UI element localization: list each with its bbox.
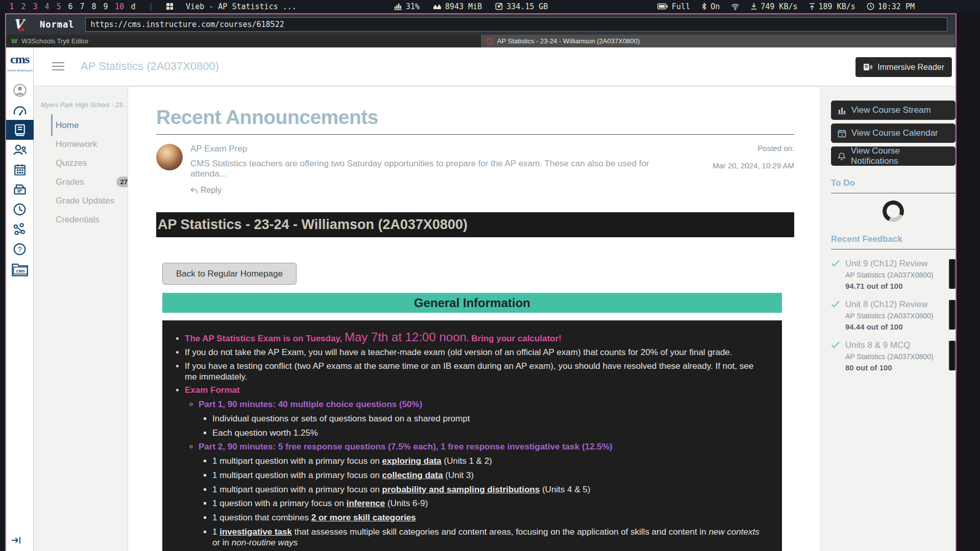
sidebar-item-help[interactable]: ? <box>6 239 34 259</box>
part2-sub-bullet: 1 question that combines 2 or more skill… <box>212 513 768 523</box>
clock: 10:32 PM <box>867 2 915 11</box>
bell-icon <box>838 152 846 161</box>
calendar-icon <box>13 163 27 177</box>
sidebar-item-commons[interactable] <box>6 219 34 239</box>
workspace-button[interactable]: 1 <box>9 2 14 11</box>
course-nav-home[interactable]: Home <box>39 116 130 135</box>
download-icon <box>751 3 757 10</box>
disk-icon <box>495 3 503 10</box>
sidebar-item-account[interactable] <box>6 80 34 100</box>
workspace-button[interactable]: 2 <box>21 2 26 11</box>
system-tray: Full On 749 KB/s 189 KB/s 10:32 PM <box>657 0 915 13</box>
dashboard-icon <box>13 104 27 117</box>
tab-bar: W W3Schools Tryit Editor AP Statistics -… <box>6 35 955 47</box>
part2-sub-bullet: 1 multipart question with a primary focu… <box>212 485 768 495</box>
w3schools-icon: W <box>11 37 17 45</box>
workspace-button[interactable]: 7 <box>80 2 85 11</box>
url-input[interactable]: https://cms.instructure.com/courses/6185… <box>85 17 947 32</box>
vieb-logo-icon: VIEB <box>11 17 29 32</box>
collecting-data-link[interactable]: collecting data <box>382 470 443 480</box>
feedback-score: 94.44 out of 100 <box>845 322 943 331</box>
inbox-icon <box>13 183 27 196</box>
part2-sub-bullet: 1 question with a primary focus on infer… <box>212 498 768 509</box>
course-nav-credentials[interactable]: Credentials <box>39 210 130 229</box>
memory-usage: 8943 MiB <box>433 2 482 11</box>
announcement-title-link[interactable]: AP Exam Prep <box>190 144 682 154</box>
wifi-icon <box>731 3 740 10</box>
course-right-sidebar: View Course Stream 3 View Course Calenda… <box>831 47 955 372</box>
announcement-body: CMS Statistics teachers are offering two… <box>190 159 682 179</box>
sidebar-item-groups[interactable] <box>6 140 34 160</box>
feedback-course: AP Statistics (2A037X0800) <box>845 271 943 279</box>
view-course-notifications-button[interactable]: View Course Notifications <box>831 146 955 166</box>
course-nav-grade-updates[interactable]: Grade Updates <box>39 191 130 210</box>
investigative-task-link[interactable]: investigative task <box>219 527 292 537</box>
skill-categories-link[interactable]: 2 or more skill categories <box>311 513 416 522</box>
feedback-item: Units 8 & 9 MCQ AP Statistics (2A037X080… <box>831 340 955 372</box>
upload-icon <box>809 3 815 10</box>
cms-logo[interactable]: cms Charlotte-Mecklenburg Schools <box>7 49 33 73</box>
share-network-icon <box>13 223 27 236</box>
feedback-title-link[interactable]: Unit 8 (Ch12) Review <box>845 299 943 310</box>
tab-w3schools[interactable]: W W3Schools Tryit Editor <box>6 35 481 47</box>
reply-button[interactable]: Reply <box>190 186 226 195</box>
workspace-button[interactable]: 6 <box>68 2 73 11</box>
browser-window: VIEB Normal https://cms.instructure.com/… <box>5 13 957 551</box>
network-download: 749 KB/s <box>751 2 797 11</box>
cpu-bars-icon <box>394 3 402 10</box>
canvas-global-nav: cms Charlotte-Mecklenburg Schools <box>6 47 34 551</box>
browser-navbar: VIEB Normal https://cms.instructure.com/… <box>6 14 955 35</box>
workspace-button[interactable]: 3 <box>33 2 38 11</box>
workspace-button[interactable]: 5 <box>56 2 61 11</box>
cpu-usage: 31% <box>394 2 420 11</box>
workspace-button[interactable]: 8 <box>91 2 96 11</box>
sidebar-item-courses[interactable] <box>6 120 34 140</box>
back-to-homepage-button[interactable]: Back to Regular Homepage <box>162 263 297 285</box>
todo-heading: To Do <box>831 178 955 188</box>
inference-link[interactable]: inference <box>347 498 385 508</box>
tab-ap-statistics[interactable]: AP Statistics - 23-24 - Williamson (2A03… <box>481 35 955 47</box>
reply-arrow-icon <box>190 187 198 194</box>
exam-date-bullet: The AP Statistics Exam is on Tuesday, Ma… <box>185 330 768 344</box>
course-nav-quizzes[interactable]: Quizzes <box>39 154 130 172</box>
sidebar-item-calendar[interactable] <box>6 160 34 180</box>
workspace-button[interactable]: d <box>131 2 136 11</box>
expand-nav-arrow-icon[interactable] <box>6 536 21 545</box>
divider <box>831 249 955 249</box>
view-course-calendar-button[interactable]: 3 View Course Calendar <box>831 123 955 143</box>
status-bar: 1 2 3 4 5 6 7 8 9 10 d | Vieb - AP Stati… <box>0 0 980 13</box>
workspace-button[interactable]: 10 <box>115 2 124 11</box>
view-course-stream-button[interactable]: View Course Stream <box>831 101 955 120</box>
workspace-button[interactable]: 4 <box>44 2 50 11</box>
page-title: AP Statistics (2A037X0800) <box>81 60 219 73</box>
feedback-grade-bar <box>949 259 955 289</box>
probability-link[interactable]: probability and sampling distributions <box>382 485 540 494</box>
history-clock-icon <box>13 203 27 216</box>
hamburger-menu-icon[interactable] <box>52 62 64 73</box>
bluetooth-icon <box>701 3 707 10</box>
feedback-score: 94.71 out of 100 <box>845 282 943 290</box>
course-header: AP Statistics (2A037X0800) Immersive Rea… <box>34 47 955 86</box>
checkmark-icon <box>831 341 840 348</box>
sidebar-item-cms-folder[interactable]: cms <box>6 259 34 279</box>
feedback-title-link[interactable]: Units 8 & 9 MCQ <box>845 340 943 350</box>
sidebar-item-dashboard[interactable] <box>6 100 34 120</box>
general-info-heading: General Information <box>162 293 782 313</box>
feedback-title-link[interactable]: Unit 9 (Ch12) Review <box>845 259 943 269</box>
feedback-grade-bar <box>949 300 955 330</box>
divider <box>831 193 955 193</box>
cms-logo-caption: Charlotte-Mecklenburg Schools <box>7 69 33 72</box>
grid-icon <box>166 3 174 10</box>
course-nav-homework[interactable]: Homework <box>39 135 130 154</box>
part1-bullet: Part 1, 90 minutes: 40 multiple choice q… <box>199 399 768 438</box>
battery-status: Full <box>657 2 690 11</box>
clock-icon <box>867 3 874 10</box>
exploring-data-link[interactable]: exploring data <box>382 456 442 466</box>
sidebar-item-history[interactable] <box>6 199 34 219</box>
general-info-box: The AP Statistics Exam is on Tuesday, Ma… <box>162 320 782 551</box>
sidebar-item-inbox[interactable] <box>6 180 34 199</box>
workspace-button[interactable]: 9 <box>103 2 108 11</box>
feedback-course: AP Statistics (2A037X0800) <box>845 353 943 361</box>
loading-spinner <box>879 197 907 225</box>
course-nav-grades[interactable]: Grades27 <box>39 172 130 191</box>
